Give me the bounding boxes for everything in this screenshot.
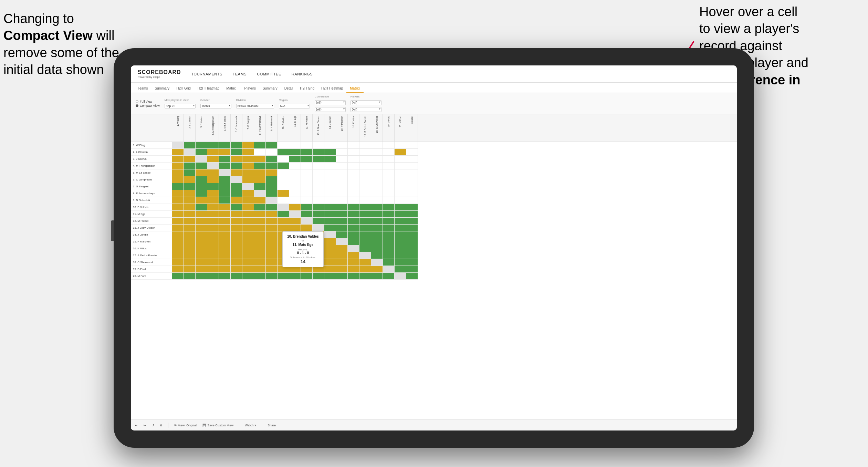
grid-cell[interactable]: [254, 149, 266, 156]
grid-cell[interactable]: [196, 183, 207, 190]
grid-cell[interactable]: [336, 225, 348, 231]
grid-cell[interactable]: [383, 273, 395, 280]
grid-cell[interactable]: [383, 259, 395, 266]
grid-cell[interactable]: [172, 142, 184, 149]
nav-teams[interactable]: TEAMS: [233, 72, 247, 76]
grid-cell[interactable]: [336, 183, 348, 190]
grid-cell[interactable]: [207, 259, 219, 266]
grid-cell[interactable]: [231, 218, 242, 225]
tab-detail[interactable]: Detail: [281, 85, 297, 93]
grid-cell[interactable]: [371, 190, 383, 197]
grid-cell[interactable]: [231, 183, 242, 190]
grid-cell[interactable]: [371, 163, 383, 169]
grid-cell[interactable]: [172, 204, 184, 211]
grid-cell[interactable]: [196, 204, 207, 211]
grid-cell[interactable]: [184, 252, 196, 259]
grid-cell[interactable]: [383, 218, 395, 225]
grid-cell[interactable]: [289, 142, 301, 149]
grid-cell[interactable]: [371, 218, 383, 225]
grid-cell[interactable]: [196, 252, 207, 259]
grid-cell[interactable]: [406, 204, 418, 211]
grid-cell[interactable]: [219, 211, 231, 218]
grid-cell[interactable]: [383, 238, 395, 245]
grid-cell[interactable]: [242, 238, 254, 245]
grid-cell[interactable]: [348, 163, 359, 169]
grid-cell[interactable]: [359, 266, 371, 273]
grid-cell[interactable]: [196, 231, 207, 238]
grid-cell[interactable]: [207, 211, 219, 218]
grid-cell[interactable]: [406, 197, 418, 204]
grid-cell[interactable]: [278, 204, 289, 211]
grid-cell[interactable]: [313, 176, 324, 183]
grid-cell[interactable]: [278, 190, 289, 197]
grid-cell[interactable]: [196, 225, 207, 231]
grid-cell[interactable]: [324, 245, 336, 252]
grid-cell[interactable]: [254, 252, 266, 259]
grid-cell[interactable]: [406, 156, 418, 163]
grid-cell[interactable]: [289, 183, 301, 190]
grid-cell[interactable]: [242, 245, 254, 252]
grid-cell[interactable]: [172, 156, 184, 163]
conference-select-1[interactable]: (All): [315, 100, 346, 105]
division-select[interactable]: NCAA Division I: [236, 104, 274, 108]
reset-btn[interactable]: ↺: [151, 424, 154, 427]
grid-cell[interactable]: [196, 238, 207, 245]
grid-cell[interactable]: [231, 149, 242, 156]
grid-cell[interactable]: [313, 149, 324, 156]
grid-cell[interactable]: [359, 204, 371, 211]
grid-cell[interactable]: [406, 176, 418, 183]
grid-cell[interactable]: [371, 231, 383, 238]
grid-cell[interactable]: [266, 218, 278, 225]
grid-cell[interactable]: [196, 142, 207, 149]
grid-cell[interactable]: [207, 266, 219, 273]
grid-cell[interactable]: [266, 142, 278, 149]
grid-cell[interactable]: [348, 169, 359, 176]
grid-cell[interactable]: [301, 169, 313, 176]
grid-cell[interactable]: [301, 218, 313, 225]
grid-cell[interactable]: [313, 183, 324, 190]
nav-committee[interactable]: COMMITTEE: [257, 72, 281, 76]
grid-cell[interactable]: [196, 266, 207, 273]
grid-cell[interactable]: [242, 183, 254, 190]
grid-cell[interactable]: [289, 225, 301, 231]
grid-cell[interactable]: [184, 245, 196, 252]
grid-cell[interactable]: [359, 225, 371, 231]
grid-cell[interactable]: [395, 190, 406, 197]
grid-cell[interactable]: [184, 156, 196, 163]
grid-cell[interactable]: [172, 225, 184, 231]
grid-cell[interactable]: [406, 252, 418, 259]
grid-cell[interactable]: [324, 149, 336, 156]
grid-cell[interactable]: [196, 273, 207, 280]
grid-cell[interactable]: [336, 163, 348, 169]
grid-cell[interactable]: [254, 204, 266, 211]
tab-players[interactable]: Players: [241, 85, 259, 93]
grid-cell[interactable]: [336, 266, 348, 273]
grid-cell[interactable]: [406, 169, 418, 176]
share-btn[interactable]: Share: [268, 424, 276, 427]
grid-cell[interactable]: [371, 252, 383, 259]
grid-cell[interactable]: [371, 156, 383, 163]
grid-cell[interactable]: [231, 211, 242, 218]
grid-cell[interactable]: [395, 259, 406, 266]
grid-cell[interactable]: [266, 204, 278, 211]
grid-cell[interactable]: [324, 252, 336, 259]
grid-cell[interactable]: [219, 218, 231, 225]
grid-cell[interactable]: [395, 252, 406, 259]
grid-cell[interactable]: [207, 169, 219, 176]
grid-cell[interactable]: [324, 266, 336, 273]
grid-cell[interactable]: [348, 218, 359, 225]
grid-cell[interactable]: [406, 142, 418, 149]
grid-cell[interactable]: [336, 238, 348, 245]
grid-cell[interactable]: [289, 190, 301, 197]
grid-cell[interactable]: [289, 273, 301, 280]
grid-cell[interactable]: [219, 163, 231, 169]
grid-cell[interactable]: [219, 204, 231, 211]
grid-cell[interactable]: [278, 218, 289, 225]
grid-cell[interactable]: [371, 238, 383, 245]
grid-cell[interactable]: [219, 156, 231, 163]
grid-cell[interactable]: [301, 183, 313, 190]
tab-teams[interactable]: Teams: [134, 85, 151, 93]
grid-cell[interactable]: [324, 197, 336, 204]
grid-cell[interactable]: [371, 169, 383, 176]
grid-cell[interactable]: [371, 266, 383, 273]
